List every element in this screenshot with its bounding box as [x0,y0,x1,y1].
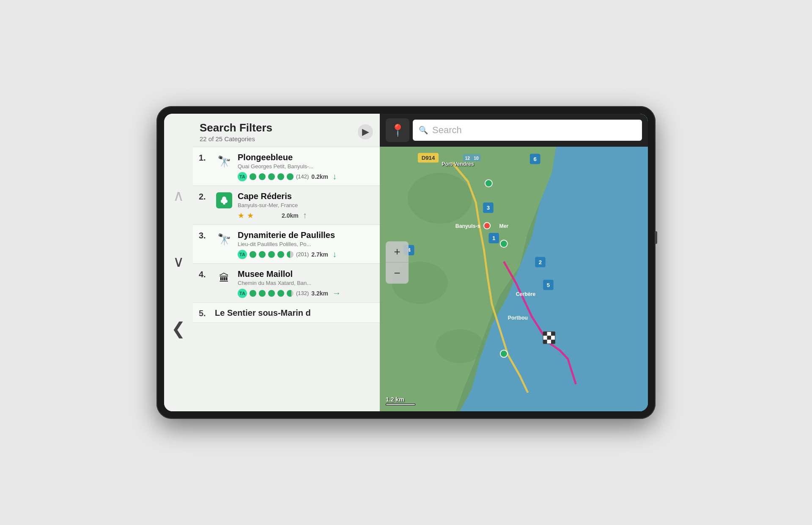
poi-name-4: Musee Maillol [238,269,374,279]
header-title: Search Filters [200,121,272,134]
star-4 [277,173,284,180]
svg-point-8 [436,329,484,363]
scroll-down-arrow[interactable]: ∨ [173,254,184,269]
poi-item-2[interactable]: 2. Cape [193,186,380,225]
poi-icon-binoculars-1: 🔭 [215,152,233,171]
screen: ∧ ∨ ❮ Search Filters 22 of 25 Categories… [164,114,648,411]
poi-address-4: Chemin du Mas Xatard, Ban... [238,280,360,286]
poi-number-2: 2. [199,192,211,202]
poi-details-3: Dynamiterie de Paulilles Lieu-dit Paulil… [238,230,374,259]
list-header: Search Filters 22 of 25 Categories ▶ [193,114,380,147]
star4-5-partial [287,290,294,297]
poi-number-4: 4. [199,270,211,279]
star-yellow-2: ★ [247,211,254,220]
search-placeholder: Search [432,125,462,136]
poi-list: 1. 🔭 Plongeebleue Quai Georges Petit, Ba… [193,147,380,411]
poi-meta-3: TA (201) 2.7km ↓ [238,249,374,259]
scroll-up-arrow[interactable]: ∧ [173,188,184,203]
poi-number-3: 3. [199,231,211,241]
poi-distance-2: 2.0km [282,212,299,219]
poi-list-area: Search Filters 22 of 25 Categories ▶ 1. … [193,114,380,411]
poi-reviews-3: (201) [296,251,309,257]
poi-address-2: Banyuls-sur-Mer, France [238,202,360,208]
poi-distance-4: 3.2km [311,290,328,297]
poi-direction-2: ↑ [303,211,307,220]
scale-bar-line [386,404,415,405]
poi-name-1: Plongeebleue [238,152,374,162]
poi-item-5[interactable]: 5. Le Sentier sous-Marin d [193,303,380,323]
header-forward-button[interactable]: ▶ [358,124,373,139]
star3-1 [250,251,256,258]
poi-item-1[interactable]: 1. 🔭 Plongeebleue Quai Georges Petit, Ba… [193,147,380,186]
poi-number-5: 5. [199,309,211,318]
poi-reviews-1: (142) [296,173,309,180]
map-land [380,114,648,411]
star-yellow-1: ★ [238,211,244,220]
location-button[interactable]: 📍 [386,118,409,142]
poi-meta-4: TA (132) 3.2km → [238,288,374,298]
poi-name-3: Dynamiterie de Paulilles [238,230,374,240]
poi-name-2: Cape Réderis [238,191,374,201]
tripadvisor-icon-1: TA [238,172,247,181]
poi-name-5: Le Sentier sous-Marin d [215,308,374,318]
zoom-in-button[interactable]: + [386,241,409,262]
side-button[interactable] [655,231,657,244]
poi-address-1: Quai Georges Petit, Banyuls-... [238,163,360,170]
michelin-badge [216,192,232,208]
map-header: 📍 🔍 Search [380,114,648,147]
poi-reviews-4: (132) [296,290,309,296]
star4-2 [259,290,266,297]
poi-address-3: Lieu-dit Paulilles Polilles, Po... [238,241,360,247]
tripadvisor-icon-4: TA [238,289,247,298]
header-subtitle: 22 of 25 Categories [200,135,272,142]
poi-icon-michelin-2 [215,191,233,210]
star3-2 [259,251,266,258]
poi-details-4: Musee Maillol Chemin du Mas Xatard, Ban.… [238,269,374,298]
header-text: Search Filters 22 of 25 Categories [200,121,272,142]
poi-icon-binoculars-3: 🔭 [215,230,233,249]
map-panel: 📍 🔍 Search D914 Port-Vendres [380,114,648,411]
zoom-controls: + − [386,241,409,284]
poi-details-2: Cape Réderis Banyuls-sur-Mer, France ★ ★… [238,191,374,220]
svg-point-6 [408,173,472,224]
poi-direction-1: ↓ [332,172,337,181]
scale-bar-text: 1.2 km [386,396,415,403]
map-coastal-svg [380,114,648,411]
star4-3 [268,290,275,297]
poi-distance-1: 0.2km [311,173,328,180]
search-box[interactable]: 🔍 Search [413,120,642,141]
location-icon: 📍 [390,123,405,137]
star4-1 [250,290,256,297]
star-3 [268,173,275,180]
poi-number-1: 1. [199,153,211,163]
star3-5-half [287,251,294,258]
tripadvisor-icon-3: TA [238,250,247,259]
map-background: 📍 🔍 Search D914 Port-Vendres [380,114,648,411]
poi-direction-3: ↓ [332,249,337,259]
garmin-device: GARMIN ∧ ∨ ❮ Search Filters 22 of 25 Cat… [156,106,656,419]
search-icon: 🔍 [419,126,428,135]
poi-direction-4: → [332,288,341,298]
poi-meta-1: TA (142) 0.2km ↓ [238,172,374,181]
left-panel: ∧ ∨ ❮ Search Filters 22 of 25 Categories… [164,114,380,411]
poi-item-4[interactable]: 4. 🏛 Musee Maillol Chemin du Mas Xatard,… [193,264,380,303]
back-arrow[interactable]: ❮ [171,320,186,337]
svg-point-3 [223,202,225,205]
poi-icon-museum-4: 🏛 [215,269,233,287]
poi-item-3[interactable]: 3. 🔭 Dynamiterie de Paulilles Lieu-dit P… [193,225,380,264]
poi-meta-2: ★ ★ 2.0km ↑ [238,211,374,220]
star-5 [287,173,294,180]
poi-details-5: Le Sentier sous-Marin d [215,308,374,318]
star-1 [250,173,256,180]
star4-4 [277,290,284,297]
zoom-out-button[interactable]: − [386,262,409,284]
star3-3 [268,251,275,258]
star3-4 [277,251,284,258]
poi-distance-3: 2.7km [311,251,328,258]
poi-details-1: Plongeebleue Quai Georges Petit, Banyuls… [238,152,374,181]
scale-bar: 1.2 km [386,396,415,405]
star-2 [259,173,266,180]
nav-arrows: ∧ ∨ ❮ [164,114,193,411]
